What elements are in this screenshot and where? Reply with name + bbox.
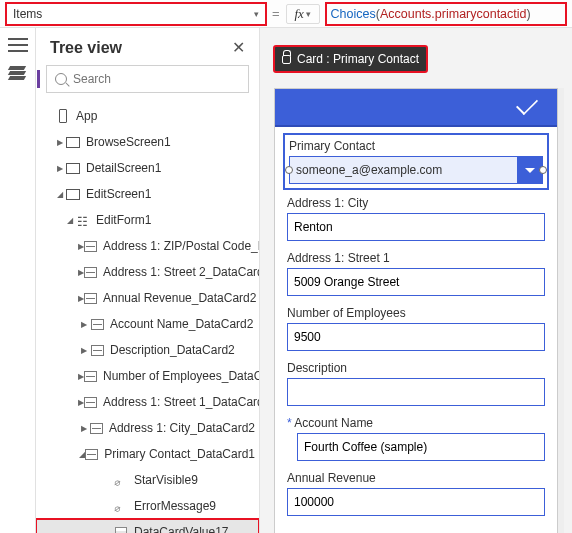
tree-label: Address 1: Street 2_DataCard2 (103, 265, 259, 279)
submit-check-icon[interactable] (516, 93, 538, 115)
formula-function: Choices (331, 7, 376, 21)
tree-node-browsescreen[interactable]: ▶ BrowseScreen1 (36, 129, 259, 155)
tree-search-box[interactable] (46, 65, 249, 93)
field-label: Description (287, 361, 545, 375)
field-label: Account Name (297, 416, 545, 430)
tree-label: DataCardValue17 (134, 525, 229, 533)
tree-node-app[interactable]: ▶ App (36, 103, 259, 129)
tree-node-starvisible[interactable]: StarVisible9 (36, 467, 259, 493)
tree-label: DetailScreen1 (86, 161, 161, 175)
tree-node-card-street2[interactable]: ▶ Address 1: Street 2_DataCard2 (36, 259, 259, 285)
tree-label: Address 1: Street 1_DataCard2 (103, 395, 259, 409)
active-rail-indicator (37, 70, 40, 88)
tree-node-editscreen[interactable]: ◢ EditScreen1 (36, 181, 259, 207)
combobox-input[interactable] (289, 156, 517, 184)
text-input-description[interactable] (287, 378, 545, 406)
tree-node-datacardvalue[interactable]: DataCardValue17 (36, 519, 259, 533)
text-input-city[interactable] (287, 213, 545, 241)
field-label: Address 1: City (287, 196, 545, 210)
datacard-account[interactable]: Account Name (287, 416, 545, 461)
fx-button[interactable]: fx ▾ (286, 4, 320, 24)
formula-bar-input[interactable]: Choices(Accounts.primarycontactid) (326, 3, 566, 25)
tree-view-panel: Tree view ✕ ▶ App ▶ BrowseScreen1 ▶ Deta… (36, 28, 260, 533)
tree-label: EditForm1 (96, 213, 151, 227)
datacard-primary-contact[interactable]: Primary Contact (287, 137, 545, 186)
tree-label: Address 1: City_DataCard2 (109, 421, 255, 435)
card-selection-chip[interactable]: Card : Primary Contact (274, 46, 427, 72)
fx-label: fx (294, 6, 303, 22)
left-rail (0, 28, 36, 533)
tree-node-errormessage[interactable]: ErrorMessage9 (36, 493, 259, 519)
tree-node-card-street1[interactable]: ▶ Address 1: Street 1_DataCard2 (36, 389, 259, 415)
text-input-street1[interactable] (287, 268, 545, 296)
property-formula-bar: Items ▾ = fx ▾ Choices(Accounts.primaryc… (0, 0, 572, 28)
field-label: Address 1: Street 1 (287, 251, 545, 265)
canvas: Card : Primary Contact Primary Contact A… (260, 28, 572, 533)
tree-node-editform[interactable]: ◢ EditForm1 (36, 207, 259, 233)
card-chip-label: Card : Primary Contact (297, 52, 419, 66)
formula-argument: Accounts.primarycontactid (380, 7, 527, 21)
datacard-city[interactable]: Address 1: City (287, 196, 545, 241)
property-selector[interactable]: Items ▾ (6, 3, 266, 25)
text-input-employees[interactable] (287, 323, 545, 351)
tree-label: Address 1: ZIP/Postal Code_DataCard2 (103, 239, 259, 253)
tree-label: Number of Employees_DataCard2 (103, 369, 259, 383)
tree-label: Account Name_DataCard2 (110, 317, 253, 331)
tree-label: App (76, 109, 97, 123)
close-icon[interactable]: ✕ (232, 38, 245, 57)
chevron-down-icon: ▾ (306, 9, 311, 19)
tree-node-card-employees[interactable]: ▶ Number of Employees_DataCard2 (36, 363, 259, 389)
datacard-description[interactable]: Description (287, 361, 545, 406)
field-label: Annual Revenue (287, 471, 545, 485)
tree-node-detailscreen[interactable]: ▶ DetailScreen1 (36, 155, 259, 181)
datacard-employees[interactable]: Number of Employees (287, 306, 545, 351)
tree: ▶ App ▶ BrowseScreen1 ▶ DetailScreen1 ◢ … (36, 103, 259, 533)
tree-node-card-revenue[interactable]: ▶ Annual Revenue_DataCard2 (36, 285, 259, 311)
chevron-down-icon: ▾ (254, 9, 259, 19)
field-label: Primary Contact (289, 139, 543, 153)
tree-label: StarVisible9 (134, 473, 198, 487)
tree-node-card-zip[interactable]: ▶ Address 1: ZIP/Postal Code_DataCard2 (36, 233, 259, 259)
form-titlebar (275, 89, 557, 127)
tree-view-title: Tree view (50, 39, 122, 57)
tree-view-icon[interactable] (9, 66, 27, 80)
chevron-down-icon[interactable] (517, 156, 543, 184)
tree-label: Annual Revenue_DataCard2 (103, 291, 256, 305)
text-input-account[interactable] (297, 433, 545, 461)
field-label: Number of Employees (287, 306, 545, 320)
property-selector-value: Items (13, 7, 42, 21)
search-icon (55, 73, 67, 85)
tree-label: Primary Contact_DataCard1 (104, 447, 255, 461)
tree-node-card-city[interactable]: ▶ Address 1: City_DataCard2 (36, 415, 259, 441)
search-input[interactable] (73, 72, 240, 86)
datacard-street1[interactable]: Address 1: Street 1 (287, 251, 545, 296)
tree-label: ErrorMessage9 (134, 499, 216, 513)
tree-label: EditScreen1 (86, 187, 151, 201)
phone-form-preview: Primary Contact Address 1: City Address … (274, 88, 558, 533)
text-input-revenue[interactable] (287, 488, 545, 516)
tree-node-card-description[interactable]: ▶ Description_DataCard2 (36, 337, 259, 363)
datacard-revenue[interactable]: Annual Revenue (287, 471, 545, 516)
tree-label: BrowseScreen1 (86, 135, 171, 149)
tree-label: Description_DataCard2 (110, 343, 235, 357)
hamburger-icon[interactable] (8, 38, 28, 52)
equals-label: = (272, 6, 280, 21)
tree-node-card-account[interactable]: ▶ Account Name_DataCard2 (36, 311, 259, 337)
tree-node-card-primary[interactable]: ◢ Primary Contact_DataCard1 (36, 441, 259, 467)
combobox-primary-contact[interactable] (289, 156, 543, 184)
lock-icon (282, 55, 291, 64)
